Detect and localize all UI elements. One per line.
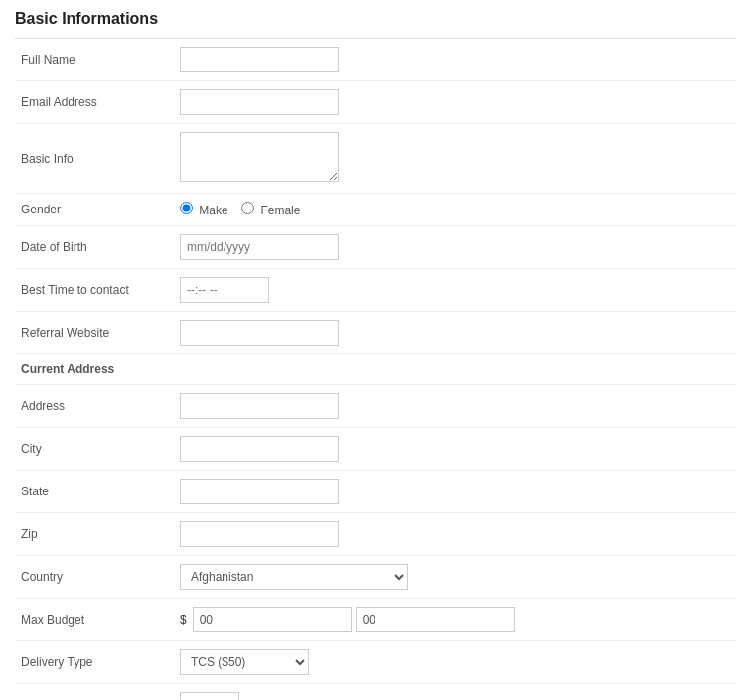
referral-input[interactable] xyxy=(180,320,339,346)
country-label: Country xyxy=(15,556,174,599)
basic-info-label: Basic Info xyxy=(15,124,174,194)
delivery-type-select[interactable]: TCS ($50) DHL ($80) FedEx ($100) xyxy=(180,649,309,675)
address-input[interactable] xyxy=(180,393,339,419)
budget-symbol: $ xyxy=(180,613,187,627)
current-address-section-label: Current Address xyxy=(15,354,736,385)
gender-male-radio[interactable] xyxy=(180,202,193,214)
referral-label: Referral Website xyxy=(15,312,174,354)
best-time-label: Best Time to contact xyxy=(15,269,174,312)
full-name-label: Full Name xyxy=(15,39,174,81)
budget-input-1[interactable] xyxy=(193,607,352,632)
email-label: Email Address xyxy=(15,81,174,124)
quantity-label: Quantity xyxy=(15,684,174,701)
city-input[interactable] xyxy=(180,436,339,462)
address-label: Address xyxy=(15,385,174,428)
gender-label: Gender xyxy=(15,194,174,226)
quantity-input[interactable] xyxy=(180,692,239,700)
gender-female-label: Female xyxy=(260,204,300,217)
budget-input-2[interactable] xyxy=(356,607,515,632)
gender-female-radio[interactable] xyxy=(241,202,254,214)
state-input[interactable] xyxy=(180,479,339,504)
email-input[interactable] xyxy=(180,89,339,115)
zip-label: Zip xyxy=(15,513,174,556)
page-title: Basic Informations xyxy=(15,10,736,28)
max-budget-label: Max Budget xyxy=(15,599,174,641)
delivery-type-label: Delivery Type xyxy=(15,641,174,684)
gender-male-label: Make xyxy=(199,204,227,217)
dob-label: Date of Birth xyxy=(15,226,174,269)
basic-info-textarea[interactable] xyxy=(180,132,339,182)
zip-input[interactable] xyxy=(180,521,339,547)
state-label: State xyxy=(15,471,174,513)
country-select[interactable]: Afghanistan Albania Algeria Andorra Ango… xyxy=(180,564,408,590)
best-time-input[interactable] xyxy=(180,277,269,303)
dob-input[interactable] xyxy=(180,234,339,260)
full-name-input[interactable] xyxy=(180,47,339,72)
city-label: City xyxy=(15,428,174,471)
